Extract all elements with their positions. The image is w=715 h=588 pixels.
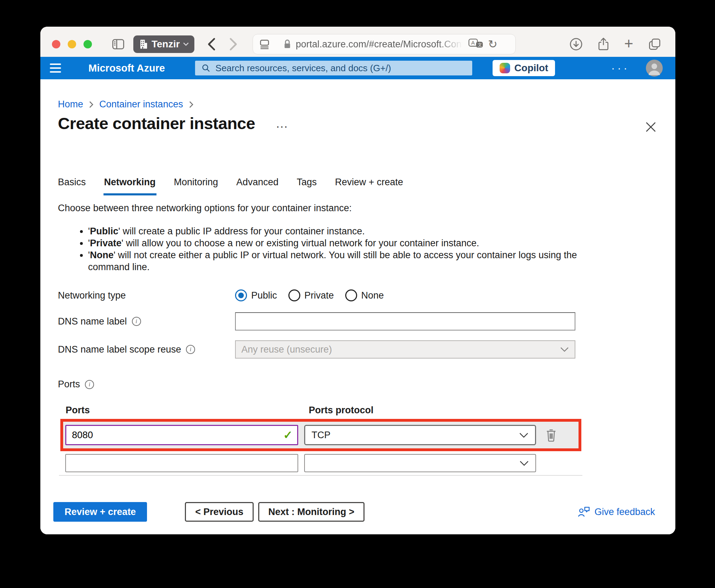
dns-scope-reuse-value: Any reuse (unsecure)	[241, 344, 332, 355]
active-tab-underline	[103, 193, 156, 195]
new-tab-icon[interactable]: +	[624, 36, 633, 51]
highlighted-port-row: ✓ TCP	[60, 419, 581, 451]
toolbar-actions: +	[569, 37, 661, 51]
networking-type-radio-group: Public Private None	[235, 289, 395, 301]
lock-icon	[283, 39, 292, 49]
radio-public[interactable]: Public	[235, 289, 277, 301]
delete-row-icon[interactable]	[545, 428, 557, 442]
chevron-down-icon	[560, 347, 569, 352]
previous-button[interactable]: < Previous	[185, 502, 253, 522]
tab-basics[interactable]: Basics	[58, 177, 86, 193]
search-placeholder: Search resources, services, and docs (G+…	[215, 63, 391, 74]
downloads-icon[interactable]	[569, 38, 583, 51]
browser-profile-button[interactable]: Tenzir	[133, 35, 194, 53]
reload-icon[interactable]: ↻	[488, 39, 497, 50]
url-text[interactable]: portal.azure.com/#create/Microsoft.Cont	[296, 39, 464, 50]
back-button-icon[interactable]	[207, 37, 216, 51]
radio-unselected-icon	[288, 289, 300, 301]
azure-brand-label[interactable]: Microsoft Azure	[88, 62, 165, 74]
port-protocol-value: TCP	[312, 430, 330, 441]
next-monitoring-button[interactable]: Next : Monitoring >	[258, 502, 365, 522]
give-feedback-link[interactable]: Give feedback	[577, 506, 655, 517]
dns-scope-reuse-label: DNS name label scope reuse	[58, 344, 181, 355]
ports-protocol-column-header: Ports protocol	[309, 405, 374, 416]
tab-networking[interactable]: Networking	[104, 177, 156, 193]
radio-none-label: None	[361, 290, 384, 301]
tab-review-create[interactable]: Review + create	[335, 177, 403, 193]
desktop-background: Tenzir	[0, 0, 715, 588]
breadcrumb-container-instances-link[interactable]: Container instances	[99, 99, 183, 110]
copilot-button[interactable]: Copilot	[493, 60, 555, 76]
radio-unselected-icon	[345, 289, 357, 301]
close-blade-icon[interactable]	[643, 119, 659, 135]
page-title: Create container instance	[58, 114, 255, 133]
radio-private-label: Private	[305, 290, 334, 301]
dns-name-input[interactable]	[235, 312, 575, 330]
ports-table: Ports Ports protocol ✓ TCP	[58, 405, 588, 479]
chevron-down-icon	[183, 42, 189, 46]
translate-icon[interactable]: A 文	[468, 39, 484, 50]
minimize-window-button[interactable]	[68, 40, 76, 48]
svg-text:文: 文	[478, 42, 482, 47]
reader-view-icon[interactable]	[259, 38, 270, 50]
portal-menu-icon[interactable]	[50, 64, 61, 73]
forward-button-icon[interactable]	[229, 37, 238, 51]
port-input[interactable]	[65, 425, 298, 445]
address-bar[interactable]: portal.azure.com/#create/Microsoft.Cont …	[253, 34, 516, 54]
info-icon[interactable]: i	[132, 317, 141, 326]
global-search-input[interactable]: Search resources, services, and docs (G+…	[195, 61, 472, 75]
radio-private[interactable]: Private	[288, 289, 334, 301]
ports-section-label: Ports	[58, 379, 80, 390]
info-icon[interactable]: i	[186, 345, 195, 354]
tab-monitoring[interactable]: Monitoring	[174, 177, 218, 193]
account-avatar[interactable]	[646, 60, 663, 76]
bullet-none: 'None' will not create either a public I…	[88, 249, 581, 273]
networking-intro-text: Choose between three networking options …	[58, 203, 352, 214]
radio-selected-icon	[235, 289, 247, 301]
breadcrumb-home-link[interactable]: Home	[58, 99, 83, 110]
sidebar-toggle-icon[interactable]	[112, 38, 125, 50]
radio-none[interactable]: None	[345, 289, 384, 301]
ports-column-header: Ports	[66, 405, 90, 416]
table-divider	[59, 475, 582, 476]
port-protocol-select[interactable]: TCP	[304, 425, 536, 445]
feedback-icon	[577, 506, 590, 517]
header-overflow-menu[interactable]: ···	[611, 62, 630, 75]
port-input-empty[interactable]	[65, 454, 298, 472]
wizard-tabs: Basics Networking Monitoring Advanced Ta…	[58, 177, 403, 193]
building-icon	[139, 39, 148, 49]
chevron-down-icon	[519, 432, 529, 438]
zoom-window-button[interactable]	[83, 40, 92, 48]
azure-top-bar: Microsoft Azure Search resources, servic…	[40, 57, 675, 79]
give-feedback-label: Give feedback	[594, 507, 655, 517]
networking-options-list: 'Public' will create a public IP address…	[58, 225, 581, 273]
chevron-down-icon	[519, 460, 529, 466]
bullet-private: 'Private' will allow you to choose a new…	[88, 237, 581, 249]
profile-name-label: Tenzir	[152, 39, 180, 50]
tab-overview-icon[interactable]	[648, 38, 661, 51]
breadcrumb-chevron-icon	[189, 101, 194, 108]
breadcrumb: Home Container instances	[58, 99, 199, 110]
breadcrumb-chevron-icon	[89, 101, 94, 108]
close-window-button[interactable]	[52, 40, 60, 48]
tab-advanced[interactable]: Advanced	[236, 177, 279, 193]
copilot-label: Copilot	[514, 62, 548, 74]
review-create-button[interactable]: Review + create	[53, 502, 147, 522]
port-protocol-select-empty[interactable]	[304, 454, 536, 472]
title-overflow-menu[interactable]: …	[275, 116, 289, 131]
search-icon	[201, 64, 211, 73]
tab-networking-label: Networking	[104, 177, 156, 187]
dns-scope-reuse-select: Any reuse (unsecure)	[235, 340, 575, 359]
browser-toolbar: Tenzir	[40, 27, 675, 57]
svg-text:A: A	[471, 40, 475, 46]
info-icon[interactable]: i	[85, 380, 94, 389]
networking-type-label: Networking type	[58, 290, 235, 301]
window-controls	[52, 40, 92, 48]
share-icon[interactable]	[597, 37, 609, 51]
tab-tags[interactable]: Tags	[297, 177, 317, 193]
browser-window: Tenzir	[40, 27, 675, 534]
valid-check-icon: ✓	[283, 428, 293, 442]
bullet-public: 'Public' will create a public IP address…	[88, 225, 581, 237]
wizard-footer: Review + create < Previous Next : Monito…	[40, 497, 675, 526]
radio-public-label: Public	[251, 290, 277, 301]
